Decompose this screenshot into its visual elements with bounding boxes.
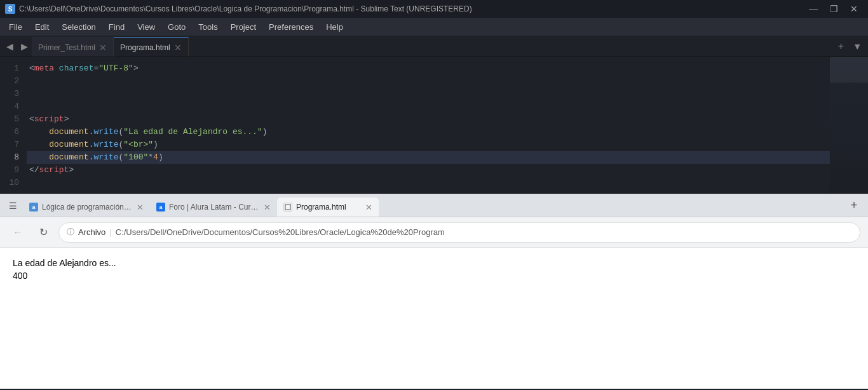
title-bar: S C:\Users\Dell\OneDrive\Documentos\Curs… bbox=[0, 0, 868, 18]
menu-item-goto[interactable]: Goto bbox=[161, 20, 192, 34]
tab-bar: ◀ ▶ Primer_Test.html ✕ Programa.html ✕ +… bbox=[0, 36, 868, 57]
url-security-label: Archivo bbox=[78, 227, 105, 237]
line-number-7: 7 bbox=[0, 138, 19, 151]
menu-item-selection[interactable]: Selection bbox=[55, 20, 102, 34]
browser-new-tab-button[interactable]: + bbox=[845, 197, 863, 215]
code-line-10 bbox=[27, 177, 830, 189]
browser-tab-foro-favicon: a bbox=[156, 203, 165, 212]
editor-tab-primer-label: Primer_Test.html bbox=[38, 43, 95, 52]
tab-nav-forward[interactable]: ▶ bbox=[17, 39, 32, 54]
tab-overflow-button[interactable]: ▼ bbox=[849, 39, 865, 54]
app-icon: S bbox=[5, 4, 15, 14]
code-line-1: <meta charset="UTF-8"> bbox=[27, 62, 830, 75]
tab-nav-back[interactable]: ◀ bbox=[3, 39, 17, 54]
browser-sidebar-button[interactable]: ☰ bbox=[5, 198, 20, 214]
line-number-2: 2 bbox=[0, 75, 19, 88]
menu-item-help[interactable]: Help bbox=[320, 20, 349, 34]
code-area[interactable]: <meta charset="UTF-8"> <script> document… bbox=[27, 57, 830, 194]
browser-tab-foro-close[interactable]: ✕ bbox=[264, 203, 271, 212]
security-icon: ⓘ bbox=[67, 227, 74, 238]
browser-back-button[interactable]: ← bbox=[8, 222, 28, 243]
code-line-4 bbox=[27, 100, 830, 113]
menu-bar: FileEditSelectionFindViewGotoToolsProjec… bbox=[0, 18, 868, 36]
menu-item-preferences[interactable]: Preferences bbox=[262, 20, 320, 34]
menu-item-tools[interactable]: Tools bbox=[192, 20, 224, 34]
browser-tab-logica-close[interactable]: ✕ bbox=[137, 203, 144, 212]
browser-tab-logica[interactable]: a Lógica de programación: Primer... ✕ bbox=[23, 198, 150, 217]
line-number-9: 9 bbox=[0, 164, 19, 177]
output-line2: 400 bbox=[13, 271, 855, 281]
browser-tab-programa-label: Programa.html bbox=[296, 203, 362, 212]
line-number-8: 8 bbox=[0, 151, 19, 164]
code-line-6: document.write("La edad de Alejandro es.… bbox=[27, 126, 830, 138]
browser-tab-logica-favicon: a bbox=[29, 203, 38, 212]
tab-add-button[interactable]: + bbox=[833, 38, 849, 55]
line-number-10: 10 bbox=[0, 177, 19, 189]
address-bar: ← ↻ ⓘ Archivo | C:/Users/Dell/OneDrive/D… bbox=[0, 217, 868, 248]
menu-item-project[interactable]: Project bbox=[224, 20, 262, 34]
output-line1: La edad de Alejandro es... bbox=[13, 258, 855, 268]
browser-tabs-bar: ☰ a Lógica de programación: Primer... ✕ … bbox=[0, 194, 868, 217]
minimap-highlight bbox=[830, 57, 868, 83]
editor-tab-programa[interactable]: Programa.html ✕ bbox=[114, 37, 189, 57]
line-numbers: 12345678910 bbox=[0, 57, 27, 194]
editor-tab-primer[interactable]: Primer_Test.html ✕ bbox=[32, 37, 114, 57]
title-text: C:\Users\Dell\OneDrive\Documentos\Cursos… bbox=[19, 4, 472, 13]
url-separator: | bbox=[109, 227, 111, 237]
title-controls: — ❐ ✕ bbox=[804, 3, 863, 15]
code-line-9: </script> bbox=[27, 164, 830, 177]
close-button[interactable]: ✕ bbox=[845, 3, 863, 15]
code-line-7: document.write("<br>") bbox=[27, 138, 830, 151]
minimap bbox=[830, 57, 868, 194]
line-number-1: 1 bbox=[0, 62, 19, 75]
code-line-3 bbox=[27, 88, 830, 100]
browser-forward-button[interactable]: ↻ bbox=[33, 222, 53, 243]
editor: 12345678910 <meta charset="UTF-8"> <scri… bbox=[0, 57, 868, 194]
line-number-3: 3 bbox=[0, 88, 19, 100]
url-text: C:/Users/Dell/OneDrive/Documentos/Cursos… bbox=[116, 227, 445, 237]
code-line-5: <script> bbox=[27, 113, 830, 126]
line-number-6: 6 bbox=[0, 126, 19, 138]
editor-tab-programa-label: Programa.html bbox=[120, 43, 170, 52]
url-bar[interactable]: ⓘ Archivo | C:/Users/Dell/OneDrive/Docum… bbox=[58, 222, 860, 243]
editor-tab-primer-close[interactable]: ✕ bbox=[99, 43, 107, 52]
menu-item-view[interactable]: View bbox=[131, 20, 161, 34]
code-line-8: document.write("100"*4) bbox=[27, 151, 830, 164]
browser-tab-foro-label: Foro | Alura Latam - Cursos onli... bbox=[169, 203, 260, 212]
menu-item-find[interactable]: Find bbox=[102, 20, 131, 34]
menu-item-file[interactable]: File bbox=[3, 20, 29, 34]
code-line-2 bbox=[27, 75, 830, 88]
editor-tab-programa-close[interactable]: ✕ bbox=[174, 43, 182, 52]
browser-tab-logica-label: Lógica de programación: Primer... bbox=[42, 203, 133, 212]
browser-content: La edad de Alejandro es... 400 bbox=[0, 248, 868, 389]
menu-item-edit[interactable]: Edit bbox=[29, 20, 55, 34]
browser-tab-programa-close[interactable]: ✕ bbox=[365, 203, 372, 212]
title-bar-left: S C:\Users\Dell\OneDrive\Documentos\Curs… bbox=[5, 4, 472, 14]
browser-tab-foro[interactable]: a Foro | Alura Latam - Cursos onli... ✕ bbox=[150, 198, 277, 217]
browser-tab-programa[interactable]: Programa.html ✕ bbox=[277, 198, 379, 217]
browser: ☰ a Lógica de programación: Primer... ✕ … bbox=[0, 194, 868, 389]
minimize-button[interactable]: — bbox=[804, 3, 822, 15]
line-number-5: 5 bbox=[0, 113, 19, 126]
maximize-button[interactable]: ❐ bbox=[825, 3, 843, 15]
line-number-4: 4 bbox=[0, 100, 19, 113]
svg-rect-0 bbox=[285, 205, 290, 210]
browser-tab-programa-favicon bbox=[283, 203, 292, 212]
